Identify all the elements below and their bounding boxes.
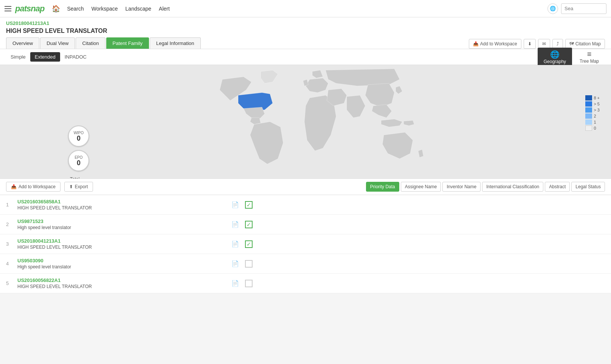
row-right: ✓: [242, 221, 605, 228]
tree-map-btn[interactable]: ≡ Tree Map: [574, 48, 605, 66]
patent-list: 1 US20160365858A1 HIGH SPEED LEVEL TRANS…: [0, 195, 611, 293]
pdf-icon[interactable]: 📄: [231, 280, 239, 287]
row-number: 1: [6, 202, 17, 208]
wipo-badge: WIPO 0: [68, 125, 89, 147]
legend-item-0: 0: [585, 125, 600, 131]
map-section: WIPO 0 EPO 0 Total 5 8 + > 5 > 3 2 1: [0, 65, 611, 178]
geography-globe-icon: 🌐: [550, 50, 560, 59]
legend-color-0: [585, 125, 592, 131]
patent-link[interactable]: US20160365858A1: [17, 199, 231, 204]
patent-row-title: HIGH SPEED LEVEL TRANSLATOR: [17, 284, 231, 289]
row-info: US20160056822A1 HIGH SPEED LEVEL TRANSLA…: [17, 277, 231, 289]
patent-row-title: High speed level translator: [17, 225, 231, 230]
pdf-icon[interactable]: 📄: [231, 201, 239, 208]
add-workspace-label: Add to Workspace: [480, 41, 517, 46]
nav-landscape[interactable]: Landscape: [126, 6, 152, 12]
export-label: Export: [75, 184, 88, 189]
hamburger-menu[interactable]: [5, 6, 11, 11]
download-icon: ⬇: [528, 41, 532, 46]
share-icon: ⤴: [557, 41, 559, 46]
pdf-icon[interactable]: 📄: [231, 221, 239, 228]
view-right: 🌐 Geography ≡ Tree Map: [538, 48, 605, 67]
patent-row-title: HIGH SPEED LEVEL TRANSLATOR: [17, 205, 231, 211]
tab-dual-view[interactable]: Dual View: [40, 37, 75, 49]
globe-icon[interactable]: 🌐: [547, 3, 558, 14]
col-tab-assignee[interactable]: Assignee Name: [401, 182, 441, 192]
download-btn[interactable]: ⬇: [524, 39, 536, 49]
add-to-workspace-header-btn[interactable]: 📥 Add to Workspace: [469, 39, 521, 49]
add-to-workspace-btn[interactable]: 📥 Add to Workspace: [6, 182, 60, 192]
col-tab-priority[interactable]: Priority Data: [366, 182, 399, 192]
geography-btn[interactable]: 🌐 Geography: [538, 48, 572, 67]
pdf-icon[interactable]: 📄: [231, 240, 239, 248]
row-info: US9503090 High speed level translator: [17, 258, 231, 270]
nav-alert[interactable]: Alert: [159, 6, 170, 12]
legend-label-8plus: 8 +: [594, 96, 600, 100]
patent-link[interactable]: US20180041213A1: [17, 238, 231, 244]
logo: patsnap: [15, 4, 44, 14]
tab-citation[interactable]: Citation: [76, 37, 105, 49]
checkbox-checked[interactable]: ✓: [245, 221, 253, 228]
epo-value: 0: [77, 160, 81, 166]
row-right: [242, 260, 605, 268]
total-label: Total: [70, 177, 79, 178]
legend-label-3: > 3: [594, 108, 600, 112]
row-info: US20180041213A1 HIGH SPEED LEVEL TRANSLA…: [17, 238, 231, 250]
legend-color-8plus: [585, 95, 592, 101]
email-icon: ✉: [542, 41, 546, 46]
row-number: 5: [6, 280, 17, 286]
patent-link[interactable]: US20160056822A1: [17, 277, 231, 283]
tab-patent-family[interactable]: Patent Family: [106, 37, 149, 49]
legend-label-0: 0: [594, 126, 596, 130]
col-tab-inventor[interactable]: Inventor Name: [442, 182, 481, 192]
workspace-icon-header: 📥: [473, 41, 479, 46]
wipo-value: 0: [77, 135, 81, 142]
pdf-icon[interactable]: 📄: [231, 260, 239, 267]
patent-row-title: High speed level translator: [17, 264, 231, 270]
row-right: ✓: [242, 240, 605, 248]
extended-view-btn[interactable]: Extended: [30, 52, 60, 62]
nav-right: 🌐: [547, 3, 606, 14]
table-row: 1 US20160365858A1 HIGH SPEED LEVEL TRANS…: [0, 195, 611, 215]
row-right: ✓: [242, 201, 605, 209]
row-info: US9871523 High speed level translator: [17, 218, 231, 230]
table-row: 3 US20180041213A1 HIGH SPEED LEVEL TRANS…: [0, 234, 611, 254]
patent-header: US20180041213A1 HIGH SPEED LEVEL TRANSLA…: [0, 17, 611, 49]
legend-item-3: > 3: [585, 107, 600, 113]
epo-label: EPO: [74, 155, 82, 160]
legend-color-5: [585, 101, 592, 107]
table-row: 4 US9503090 High speed level translator …: [0, 254, 611, 274]
col-tab-legal[interactable]: Legal Status: [571, 182, 605, 192]
citation-map-icon: 🗺: [569, 41, 574, 46]
row-info: US20160365858A1 HIGH SPEED LEVEL TRANSLA…: [17, 199, 231, 211]
export-btn[interactable]: ⬆ Export: [64, 182, 93, 192]
nav-search[interactable]: Search: [67, 6, 84, 12]
patent-id[interactable]: US20180041213A1: [6, 20, 605, 26]
col-tab-abstract[interactable]: Abstract: [545, 182, 570, 192]
table-row: 2 US9871523 High speed level translator …: [0, 215, 611, 234]
col-tab-intl-class[interactable]: International Classification: [482, 182, 543, 192]
geography-label: Geography: [544, 59, 566, 64]
home-icon[interactable]: 🏠: [52, 5, 60, 13]
legend-label-5: > 5: [594, 102, 600, 106]
inpadoc-view-btn[interactable]: INPADOC: [60, 52, 91, 62]
patent-link[interactable]: US9871523: [17, 218, 231, 224]
checkbox-unchecked[interactable]: [245, 280, 253, 287]
checkbox-unchecked[interactable]: [245, 260, 253, 268]
row-number: 4: [6, 261, 17, 266]
nav-workspace[interactable]: Workspace: [91, 6, 118, 12]
tab-overview[interactable]: Overview: [6, 37, 39, 49]
checkbox-checked[interactable]: ✓: [245, 240, 253, 248]
top-nav: patsnap 🏠 Search Workspace Landscape Ale…: [0, 0, 611, 17]
tab-legal-info[interactable]: Legal Information: [150, 37, 200, 49]
legend-item-5: > 5: [585, 101, 600, 107]
simple-view-btn[interactable]: Simple: [6, 52, 30, 62]
checkbox-checked[interactable]: ✓: [245, 201, 253, 209]
wipo-label: WIPO: [74, 131, 84, 135]
row-number: 2: [6, 221, 17, 227]
column-tabs: Priority Data Assignee Name Inventor Nam…: [366, 182, 605, 192]
patent-link[interactable]: US9503090: [17, 258, 231, 263]
legend-color-1: [585, 119, 592, 125]
table-row: 5 US20160056822A1 HIGH SPEED LEVEL TRANS…: [0, 274, 611, 293]
nav-search-input[interactable]: [561, 3, 606, 14]
